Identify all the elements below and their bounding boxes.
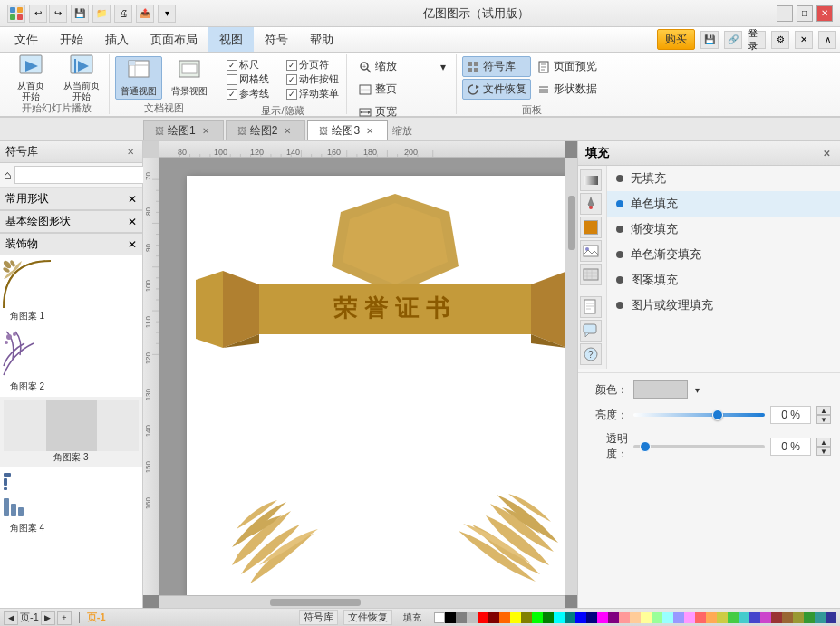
brightness-up[interactable]: ▲ xyxy=(816,406,831,415)
next-page-btn[interactable]: ▶ xyxy=(41,611,55,625)
menu-home[interactable]: 开始 xyxy=(49,27,94,52)
bg-view-btn[interactable]: 背景视图 xyxy=(166,56,213,100)
guideline-checkbox-row[interactable]: 参考线 xyxy=(227,87,279,101)
fill-icon-help[interactable]: ? xyxy=(580,343,602,365)
tab-drawing2[interactable]: 🖼 绘图2 ✕ xyxy=(226,120,306,140)
transparency-down[interactable]: ▼ xyxy=(816,447,831,456)
float-menu-checkbox[interactable] xyxy=(286,89,297,100)
hscroll-thumb[interactable] xyxy=(270,599,361,606)
settings-btn[interactable]: ⚙ xyxy=(771,31,789,49)
brightness-down[interactable]: ▼ xyxy=(816,415,831,424)
scrollbar-horizontal[interactable] xyxy=(159,595,565,608)
canvas-content[interactable]: 荣誉证书 xyxy=(159,158,565,595)
minimize-btn[interactable]: — xyxy=(777,5,793,22)
share-btn[interactable]: 🔗 xyxy=(724,31,742,49)
file-recover-btn[interactable]: 文件恢复 xyxy=(462,79,531,100)
color-dropdown-arrow[interactable]: ▾ xyxy=(695,385,700,395)
scrollbar-vertical[interactable] xyxy=(565,158,577,595)
canvas-page[interactable]: 荣誉证书 xyxy=(187,176,565,595)
ruler-checkbox-row[interactable]: 标尺 xyxy=(227,58,279,72)
tab-drawing1[interactable]: 🖼 绘图1 ✕ xyxy=(143,120,224,140)
corner-pattern-1-item[interactable]: 角图案 1 xyxy=(0,255,54,326)
fill-icon-color-swatch[interactable] xyxy=(580,217,602,238)
corner-pattern-3-item[interactable]: 角图案 3 xyxy=(0,397,142,467)
solid-fill-option[interactable]: 单色填充 xyxy=(607,191,840,217)
basic-shapes-header[interactable]: 基本绘图形状 ✕ xyxy=(0,210,142,233)
basic-shapes-close[interactable]: ✕ xyxy=(128,216,137,228)
prev-page-btn[interactable]: ◀ xyxy=(4,611,18,625)
open-btn[interactable]: 📁 xyxy=(92,5,111,23)
pagemark-checkbox-row[interactable]: 分页符 xyxy=(286,58,339,72)
corner-pattern-2-item[interactable]: 角图案 2 xyxy=(0,326,54,397)
undo-btn[interactable]: ↩ xyxy=(29,5,47,23)
menu-view[interactable]: 视图 xyxy=(208,27,254,52)
full-page-btn[interactable]: 整页 xyxy=(352,79,452,100)
brightness-track[interactable] xyxy=(633,413,765,417)
close-app-btn[interactable]: ✕ xyxy=(795,31,813,49)
symbol-lib-panel-btn[interactable]: 符号库 xyxy=(462,56,531,77)
buy-button[interactable]: 购买 xyxy=(657,29,695,50)
solid-gradient-option[interactable]: 单色渐变填充 xyxy=(607,242,840,267)
color-strip[interactable] xyxy=(434,612,836,623)
vscroll-thumb[interactable] xyxy=(568,196,575,250)
app-logo[interactable] xyxy=(7,5,25,23)
export-btn[interactable]: 📤 xyxy=(136,5,154,23)
guideline-checkbox[interactable] xyxy=(227,89,237,100)
add-page-btn[interactable]: + xyxy=(57,611,72,625)
gradient-option[interactable]: 渐变填充 xyxy=(607,217,840,242)
animation-checkbox-row[interactable]: 动作按钮 xyxy=(286,72,339,86)
page-width-btn[interactable]: 页宽 xyxy=(352,101,452,122)
file-recover-tab-btn[interactable]: 文件恢复 xyxy=(343,610,392,625)
fill-icon-gradient[interactable] xyxy=(580,169,602,191)
symlib-tab-btn[interactable]: 符号库 xyxy=(299,610,338,625)
tab2-close[interactable]: ✕ xyxy=(281,125,294,138)
fill-panel-close[interactable]: ✕ xyxy=(820,147,833,159)
fill-icon-texture[interactable] xyxy=(580,264,602,285)
texture-option[interactable]: 图片或纹理填充 xyxy=(607,293,840,318)
fill-icon-image[interactable] xyxy=(580,240,602,262)
search-input[interactable] xyxy=(14,166,149,184)
print-btn[interactable]: 🖨 xyxy=(114,5,132,23)
pattern-option[interactable]: 图案填充 xyxy=(607,267,840,293)
save-icon-btn[interactable]: 💾 xyxy=(700,31,719,49)
menu-help[interactable]: 帮助 xyxy=(299,27,344,52)
decoration-close[interactable]: ✕ xyxy=(128,238,137,251)
page-preview-btn[interactable]: 页面预览 xyxy=(533,56,602,77)
normal-view-btn[interactable]: 普通视图 xyxy=(115,56,162,100)
options-btn[interactable]: ▾ xyxy=(158,5,176,23)
fill-icon-paint[interactable] xyxy=(580,193,602,215)
ruler-checkbox[interactable] xyxy=(227,60,237,71)
maximize-btn[interactable]: □ xyxy=(797,5,813,22)
menu-layout[interactable]: 页面布局 xyxy=(140,27,208,52)
shape-data-btn[interactable]: 形状数据 xyxy=(533,79,602,100)
fill-icon-chat[interactable] xyxy=(580,320,602,342)
close-btn[interactable]: ✕ xyxy=(816,5,833,22)
from-current-btn[interactable]: 从当前页开始 xyxy=(58,56,105,100)
decoration-header[interactable]: 装饰物 ✕ xyxy=(0,233,142,255)
grid-checkbox-row[interactable]: 网格线 xyxy=(227,72,279,86)
transparency-track[interactable] xyxy=(633,445,765,448)
tab3-close[interactable]: ✕ xyxy=(363,125,376,138)
login-btn[interactable]: 登录 xyxy=(748,31,766,49)
menu-symbol[interactable]: 符号 xyxy=(254,27,299,52)
transparency-thumb[interactable] xyxy=(640,441,651,452)
brightness-thumb[interactable] xyxy=(712,409,723,420)
fill-icon-document[interactable] xyxy=(580,296,602,318)
tab-drawing3[interactable]: 🖼 绘图3 ✕ xyxy=(307,120,388,140)
save-btn[interactable]: 💾 xyxy=(71,5,89,23)
menu-insert[interactable]: 插入 xyxy=(94,27,140,52)
redo-btn[interactable]: ↪ xyxy=(49,5,67,23)
more-btn[interactable]: ∧ xyxy=(818,31,836,49)
corner-pattern-4-item[interactable]: 角图案 4 xyxy=(0,467,54,538)
common-shapes-close[interactable]: ✕ xyxy=(128,193,137,206)
animation-checkbox[interactable] xyxy=(286,74,297,85)
no-fill-option[interactable]: 无填充 xyxy=(607,166,840,191)
common-shapes-header[interactable]: 常用形状 ✕ xyxy=(0,188,142,210)
pagemark-checkbox[interactable] xyxy=(286,60,297,71)
from-start-btn[interactable]: 从首页开始 xyxy=(7,56,54,100)
symbol-lib-close[interactable]: ✕ xyxy=(124,146,137,159)
home-icon[interactable]: ⌂ xyxy=(4,168,11,182)
menu-file[interactable]: 文件 xyxy=(4,27,49,52)
color-preview[interactable] xyxy=(633,380,688,399)
tab1-close[interactable]: ✕ xyxy=(199,125,212,138)
